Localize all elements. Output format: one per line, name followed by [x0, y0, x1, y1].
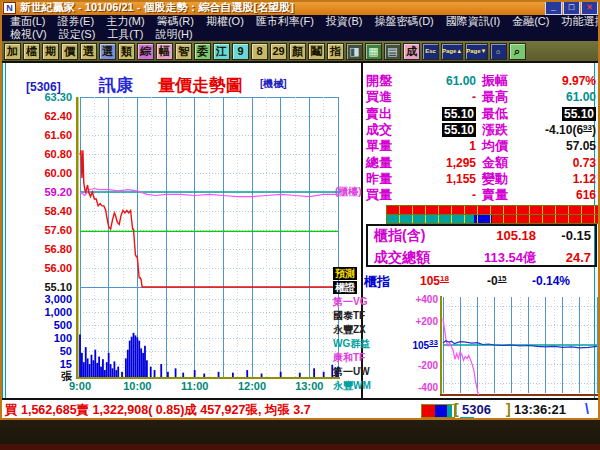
menu-item[interactable]: 匯市利率(F)	[250, 14, 320, 29]
otc-index-value: 105.18	[466, 228, 536, 243]
toolbar-order-button[interactable]: 委	[194, 43, 211, 60]
menu-item[interactable]: 設定(S)	[53, 27, 102, 42]
maximize-button[interactable]: □	[563, 1, 580, 15]
warrant-item[interactable]: WG群益	[333, 337, 365, 351]
quote-value-text: 0.73	[573, 156, 596, 170]
toolbar-index-button[interactable]: 指	[327, 43, 344, 60]
volume-tick-label: 3,000	[26, 293, 72, 305]
otc-index-mini-chart	[441, 296, 599, 395]
toolbar-pageup-button[interactable]: Page▲	[441, 43, 463, 60]
quote-value: 61.00	[414, 74, 476, 88]
quote-value: -	[414, 90, 476, 104]
price-tick-label: 60.80	[26, 148, 72, 160]
toolbar-file-button[interactable]: 檔	[23, 43, 40, 60]
menu-item[interactable]: 金融(C)	[506, 14, 555, 29]
menu-item[interactable]: 期權(O)	[200, 14, 250, 29]
toolbar-futures-button[interactable]: 期	[42, 43, 59, 60]
toolbar-lot-button[interactable]: 鬮	[308, 43, 325, 60]
minimize-button[interactable]: _	[545, 1, 562, 15]
toolbar-select1-button[interactable]: 選	[80, 43, 97, 60]
toolbar-river-button[interactable]: 江	[213, 43, 230, 60]
toolbar-esc-button[interactable]: Esc	[422, 43, 439, 60]
toolbar-amplitude-button[interactable]: 幅	[156, 43, 173, 60]
photo-frame-edge	[0, 444, 600, 450]
warrant-item[interactable]: 第一VG	[333, 295, 365, 309]
price-tick-label: 60.00	[26, 167, 72, 179]
quote-value-text: 616	[576, 188, 596, 202]
toolbar-pagedown-button[interactable]: Page▼	[465, 43, 487, 60]
menu-item[interactable]: 國際資訊(I)	[440, 14, 506, 29]
warrant-sidebar: 預測權證第一VG國泰TF永豐ZXWG群益康和TF第一UW永豐WM	[333, 267, 365, 393]
quote-value: -4.10(693)	[530, 123, 596, 137]
warrant-item[interactable]: 康和TF	[333, 351, 365, 365]
quote-value-text: 1.12	[573, 172, 596, 186]
legend-segment	[435, 405, 447, 417]
price-tick-label: 57.60	[26, 224, 72, 236]
toolbar-home-button[interactable]: ⌂	[490, 43, 507, 60]
toolbar-8-button[interactable]: 8	[251, 43, 268, 60]
quote-row: 昨量1,155變動1.12	[366, 171, 596, 187]
toolbar-composite-button[interactable]: 綜	[137, 43, 154, 60]
forecast-button[interactable]: 預測	[333, 267, 365, 281]
application-window: N 新世紀贏家 - 101/06/21 - 個股走勢：綜合自選股[名望股] _ …	[0, 0, 600, 450]
toolbar-color-button[interactable]: 顏	[289, 43, 306, 60]
quote-panel: 開盤61.00振幅9.97%買進-最高61.00賣出55.10最低55.10成交…	[366, 73, 596, 204]
quote-row: 買進-最高61.00	[366, 89, 596, 105]
menu-item[interactable]: 投資(B)	[320, 14, 369, 29]
toolbar-smart-button[interactable]: 智	[175, 43, 192, 60]
toolbar: 加檔期價選選類綜幅智委江9829顏鬮指◨▦▤成EscPage▲Page▼⌂⌕	[0, 41, 600, 63]
toolbar-deal-button[interactable]: 成	[403, 43, 420, 60]
mini-axis-label: +400	[394, 294, 438, 305]
sidebar-item-label: 國泰TF	[333, 310, 365, 321]
quote-label: 最高	[482, 88, 530, 106]
window-title: 新世紀贏家 - 101/06/21 - 個股走勢：綜合自選股[名望股]	[20, 0, 294, 15]
otc-index-change: -0.15	[536, 228, 595, 243]
toolbar-9-button[interactable]: 9	[232, 43, 249, 60]
quote-value: 1,155	[414, 172, 476, 186]
toolbar-category-button[interactable]: 類	[118, 43, 135, 60]
mini-chart-percent: -0.14%	[532, 274, 570, 288]
code-bracket-close: ]	[506, 401, 511, 417]
warrant-item[interactable]: 國泰TF	[333, 309, 365, 323]
quote-label: 單量	[366, 137, 414, 155]
quote-value-text: 61.00	[446, 74, 476, 88]
menu-item[interactable]: 功能選擇(A)	[555, 14, 600, 29]
quote-value-text: 55.10	[442, 123, 476, 137]
price-tick-label: 55.10	[26, 281, 72, 293]
volume-tick-label: 1,000	[26, 306, 72, 318]
toolbar-layout-icon-button[interactable]: ◨	[346, 43, 363, 60]
warrant-item[interactable]: 永豐ZX	[333, 323, 365, 337]
toolbar-select2-button[interactable]: 選	[99, 43, 116, 60]
price-tick-label: 56.00	[26, 262, 72, 274]
otc-index-panel: 櫃指(含) 105.18 -0.15 成交總額 113.54億 24.7	[366, 224, 597, 267]
stock-code-input[interactable]: 5306	[462, 402, 491, 417]
menu-item[interactable]: 檢視(V)	[4, 27, 53, 42]
toolbar-grid-icon-button[interactable]: ▦	[365, 43, 382, 60]
price-tick-label: 63.30	[26, 91, 72, 103]
quote-value: 1,295	[414, 156, 476, 170]
menu-item[interactable]: 說明(H)	[149, 27, 198, 42]
menu-item[interactable]: 工具(T)	[101, 27, 149, 42]
mini-chart-change: -015	[487, 274, 507, 288]
quote-label: 賣量	[482, 186, 530, 204]
volume-tick-label: 500	[26, 319, 72, 331]
sidebar-item-label: 第一VG	[333, 296, 367, 307]
pressure-bar-ticks	[387, 206, 598, 214]
menu-item[interactable]: 操盤密碼(D)	[369, 14, 440, 29]
quote-label: 變動	[482, 170, 530, 188]
quote-value-text: 9.97%	[562, 74, 596, 88]
toolbar-zoom-button[interactable]: ⌕	[509, 43, 526, 60]
warrant-item[interactable]: 永豐WM	[333, 379, 365, 393]
close-button[interactable]: ×	[581, 1, 598, 15]
quote-row: 成交55.10漲跌-4.10(693)	[366, 122, 596, 138]
quote-value: 616	[530, 188, 596, 202]
toolbar-add-button[interactable]: 加	[4, 43, 21, 60]
toolbar-29-button[interactable]: 29	[270, 43, 287, 60]
turnover-change: 24.7	[536, 250, 595, 265]
toolbar-price-button[interactable]: 價	[61, 43, 78, 60]
quote-label: 賣出	[366, 105, 414, 123]
warrant-item[interactable]: 第一UW	[333, 365, 365, 379]
warrant-button[interactable]: 權證	[333, 281, 365, 295]
sidebar-item-label: 預測	[333, 267, 357, 280]
toolbar-list-icon-button[interactable]: ▤	[384, 43, 401, 60]
